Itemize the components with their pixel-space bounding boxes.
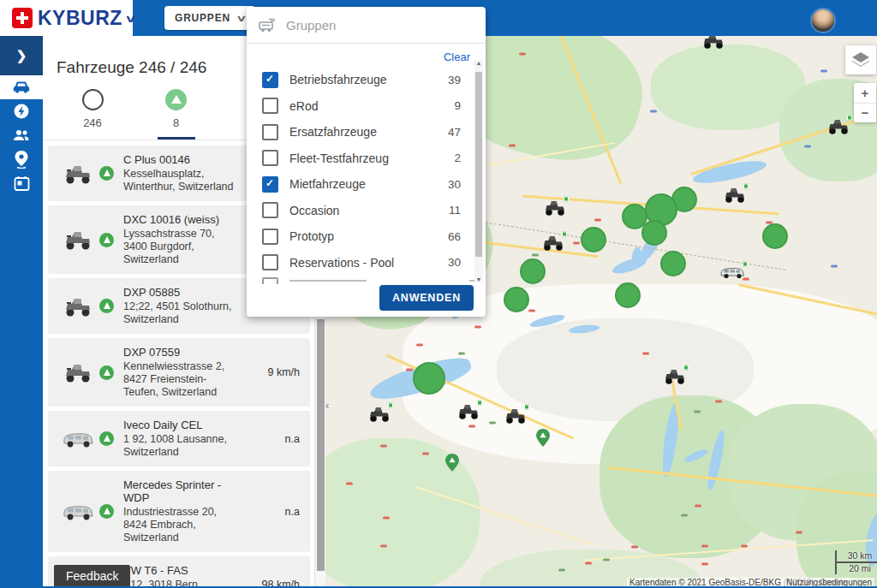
zoom-out-button[interactable]: − [854, 104, 876, 123]
route-badge [383, 517, 390, 520]
vehicle-address: 1 92, 1008 Lausanne, Switzerland [123, 433, 254, 459]
gruppen-button-label: GRUPPEN [175, 12, 230, 24]
checkbox[interactable] [262, 150, 278, 166]
scroll-up-icon[interactable]: ▲ [474, 60, 483, 66]
checkbox[interactable] [262, 98, 278, 114]
moving-status-icon [99, 299, 114, 313]
map-vehicle-icon[interactable] [504, 408, 527, 428]
checkbox[interactable] [262, 72, 278, 88]
vehicle-status-dot [564, 197, 569, 202]
vehicle-info: Mercedes Sprinter - WDP Industriestrasse… [123, 478, 254, 544]
route-badge [650, 110, 657, 113]
chevron-left-icon[interactable]: ‹ [325, 399, 329, 412]
brand-name: KYBURZ [38, 7, 122, 30]
route-badge [558, 569, 565, 572]
vehicle-address: Industriestrasse 20, 8424 Embrach, Switz… [123, 506, 254, 544]
sidebar-item-charging[interactable] [0, 99, 43, 123]
vehicle-status-dot [477, 401, 482, 406]
gruppen-dropdown-button[interactable]: GRUPPEN v [164, 6, 255, 30]
route-badge [804, 146, 811, 148]
sidebar-item-calendar[interactable] [0, 171, 43, 195]
route-badge [594, 219, 601, 222]
map-layers-button[interactable] [845, 45, 876, 74]
vehicle-list-item[interactable]: DXP 07559 Kennelwiesstrasse 2, 8427 Frei… [48, 338, 310, 407]
map-vehicle-icon[interactable] [827, 119, 850, 139]
route-badge [519, 53, 526, 56]
vehicle-thumbnail [57, 163, 99, 185]
checkbox[interactable] [262, 254, 278, 270]
route-badge [422, 453, 429, 455]
group-filter-row[interactable]: Reservations - Pool 30 [247, 250, 474, 276]
route-badge [458, 353, 465, 355]
group-label: Ersatzfahrzeuge [289, 125, 448, 139]
tab-moving-vehicles[interactable]: 8 [151, 89, 202, 140]
vehicle-group-icon [257, 18, 276, 33]
zoom-in-button[interactable]: + [854, 83, 876, 104]
clipped-group-row [247, 276, 498, 284]
map-vehicle-icon[interactable] [702, 36, 725, 53]
user-avatar[interactable] [812, 9, 834, 32]
cluster-marker[interactable] [762, 223, 788, 249]
sidebar-item-locations[interactable] [0, 147, 43, 171]
map-vehicle-icon[interactable] [544, 200, 566, 220]
dropdown-scrollbar[interactable]: ▲ ▼ [474, 60, 483, 282]
apply-button[interactable]: ANWENDEN [379, 285, 474, 311]
cluster-marker[interactable] [660, 251, 686, 276]
vehicle-status-dot [524, 405, 529, 410]
checkbox[interactable] [262, 202, 278, 218]
feedback-button[interactable]: Feedback [54, 565, 130, 588]
sidebar-item-vehicles[interactable] [0, 75, 43, 99]
group-filter-row[interactable]: Fleet-Testfahrzeug 2 [247, 146, 474, 172]
vehicle-list-item[interactable]: Mercedes Sprinter - WDP Industriestrasse… [48, 471, 310, 552]
moving-status-icon [99, 431, 114, 446]
map-vehicle-icon[interactable] [457, 404, 480, 424]
car-icon [12, 80, 31, 95]
checkbox[interactable] [262, 124, 278, 140]
checkbox[interactable] [262, 229, 278, 245]
map-scale-control: 30 km 20 mi [835, 550, 877, 574]
group-filter-row[interactable]: Prototyp 66 [247, 223, 474, 250]
group-filter-row[interactable]: Betriebsfahrzeuge 39 [247, 67, 474, 93]
group-filter-row[interactable]: Ersatzfahrzeuge 47 [247, 119, 474, 146]
vehicle-list-item[interactable]: Iveco Daily CEL 1 92, 1008 Lausanne, Swi… [48, 411, 310, 466]
vehicle-status-dot [388, 403, 393, 408]
peak-pin-icon [445, 454, 460, 475]
route-badge [701, 563, 708, 566]
cluster-marker[interactable] [504, 287, 529, 312]
group-filter-row[interactable]: Occasion 11 [247, 198, 474, 224]
cluster-marker[interactable] [413, 362, 445, 395]
map-vehicle-icon[interactable] [719, 265, 745, 283]
tab-all-vehicles[interactable]: 246 [67, 89, 118, 140]
map-vehicle-icon[interactable] [664, 369, 686, 389]
cluster-marker[interactable] [641, 220, 667, 246]
checkbox[interactable] [262, 176, 278, 193]
route-badge [346, 483, 353, 485]
cluster-marker[interactable] [581, 227, 606, 252]
route-badge [532, 254, 539, 257]
scrollbar-thumb[interactable] [475, 72, 482, 257]
map-vehicle-icon[interactable] [368, 407, 391, 426]
vehicle-speed: 9 km/h [254, 366, 303, 378]
group-search-input[interactable] [284, 17, 459, 33]
clear-filters-link[interactable]: Clear [444, 50, 470, 63]
vehicle-thumbnail [57, 295, 99, 318]
group-filter-row[interactable]: Mietfahrzeuge 30 [247, 171, 474, 198]
scrollbar-thumb[interactable] [317, 319, 325, 571]
brand-logo[interactable]: KYBURZ v [0, 0, 133, 36]
route-badge [681, 514, 688, 517]
all-status-icon [82, 89, 104, 110]
sidebar-expand-button[interactable]: ❯ [0, 36, 43, 75]
group-filter-row[interactable]: eRod 9 [247, 93, 474, 120]
map-vehicle-icon[interactable] [724, 187, 746, 207]
scale-mi: 20 mi [835, 563, 877, 574]
cluster-marker[interactable] [615, 282, 641, 308]
map-vehicle-icon[interactable] [542, 235, 564, 255]
route-badge [741, 545, 748, 548]
vehicle-info: C Plus 00146 Kesselhausplatz, Winterthur… [123, 153, 254, 193]
scroll-down-icon[interactable]: ▼ [474, 276, 483, 282]
cluster-marker[interactable] [520, 258, 546, 284]
vehicle-name: Iveco Daily CEL [123, 419, 254, 431]
vehicle-speed: n.a [254, 506, 303, 518]
group-count: 30 [448, 178, 466, 191]
sidebar-item-users[interactable] [0, 123, 43, 147]
